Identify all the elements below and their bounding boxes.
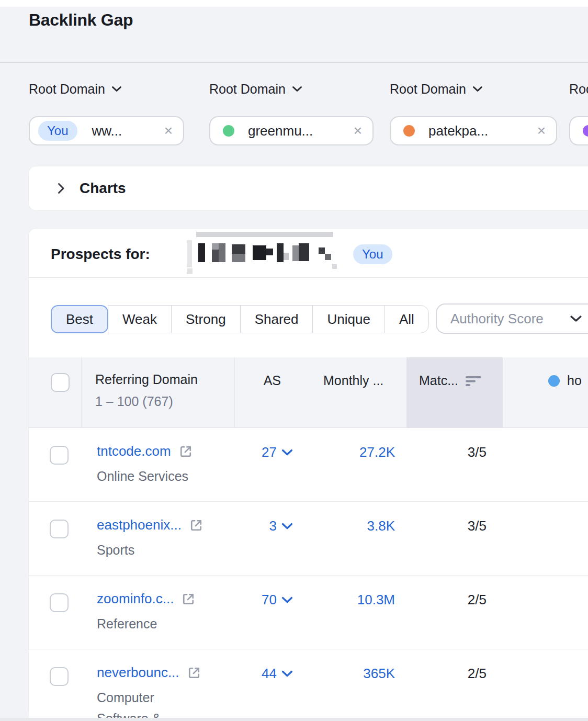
close-icon[interactable]: ×: [159, 123, 173, 138]
column-header-matches[interactable]: Matc...: [419, 373, 482, 388]
matches-label: Matc...: [419, 373, 458, 388]
chevron-down-icon: [292, 86, 302, 92]
chevron-down-icon: [281, 449, 293, 456]
as-score-value: 70: [262, 592, 277, 608]
external-link-icon[interactable]: [178, 444, 193, 459]
chip-domain-text: ww...: [92, 123, 122, 139]
host-domain-label: ho: [567, 373, 582, 388]
title-divider: [0, 62, 588, 63]
sort-descending-icon: [466, 375, 482, 387]
close-icon[interactable]: ×: [348, 123, 362, 138]
column-header-referring-domain[interactable]: Referring Domain: [95, 372, 198, 387]
bottom-scrollbar-track[interactable]: [0, 718, 588, 721]
root-domain-label: Root Domain: [29, 82, 105, 97]
column-separator: [81, 357, 82, 428]
referring-domain-link[interactable]: tntcode.com: [97, 443, 171, 459]
row-checkbox[interactable]: [50, 446, 69, 465]
as-score-value: 44: [262, 666, 277, 682]
as-score-value: 3: [269, 518, 277, 534]
authority-score-dropdown[interactable]: Authority Score: [436, 303, 588, 334]
table-row: neverbounc... Computer Software & 44 365…: [29, 649, 588, 718]
row-checkbox[interactable]: [50, 520, 69, 538]
chevron-down-icon: [111, 86, 122, 92]
as-score-dropdown[interactable]: 70: [234, 592, 293, 608]
column-header-as[interactable]: AS: [234, 373, 281, 388]
blue-dot-icon: [548, 375, 560, 387]
tab-weak[interactable]: Weak: [108, 305, 172, 333]
top-strip: [0, 0, 588, 7]
tab-strong[interactable]: Strong: [171, 305, 241, 333]
match-column-highlight[interactable]: [406, 357, 503, 428]
as-score-dropdown[interactable]: 44: [234, 666, 293, 682]
intersection-type-tabs: Best Weak Strong Shared Unique All: [51, 305, 429, 333]
orange-dot-icon: [403, 125, 415, 137]
external-link-icon[interactable]: [181, 592, 196, 606]
tab-shared[interactable]: Shared: [240, 305, 313, 333]
table-row: tntcode.com Online Services 27 27.2K 3/5: [29, 428, 588, 502]
authority-score-label: Authority Score: [450, 311, 544, 327]
domain-chip-you[interactable]: You ww... ×: [29, 116, 184, 145]
you-badge: You: [38, 121, 77, 141]
domain-chip-competitor-3[interactable]: ×: [569, 116, 588, 145]
external-link-icon[interactable]: [189, 518, 203, 533]
root-domain-selector[interactable]: Root Domain: [569, 78, 588, 99]
green-dot-icon: [223, 125, 234, 137]
monthly-visits-link[interactable]: 10.3M: [293, 592, 406, 608]
monthly-visits-link[interactable]: 365K: [293, 666, 406, 682]
chevron-down-icon: [281, 596, 293, 603]
tab-best[interactable]: Best: [51, 305, 108, 333]
page-title: Backlink Gap: [29, 10, 133, 30]
chevron-down-icon: [281, 523, 293, 530]
chevron-down-icon: [570, 315, 588, 322]
tab-unique[interactable]: Unique: [312, 305, 385, 333]
divider: [29, 277, 588, 278]
row-checkbox[interactable]: [50, 593, 69, 612]
column-header-host-domain[interactable]: ho: [548, 373, 582, 388]
prospects-card: Prospects for: You Best Weak: [29, 229, 588, 718]
referring-domain-link[interactable]: eastphoenix...: [97, 517, 182, 533]
table-header: Referring Domain 1 – 100 (767) AS Monthl…: [29, 357, 588, 428]
row-checkbox[interactable]: [50, 667, 69, 686]
root-domain-selector[interactable]: Root Domain: [390, 78, 560, 99]
tab-all[interactable]: All: [385, 305, 429, 333]
domain-category: Sports: [97, 539, 134, 560]
charts-section-title: Charts: [80, 180, 126, 197]
domain-category: Computer Software &: [97, 687, 201, 718]
domain-chip-competitor-2[interactable]: patekpa... ×: [390, 116, 557, 145]
purple-dot-icon: [583, 125, 588, 137]
monthly-visits-link[interactable]: 27.2K: [293, 444, 406, 460]
filter-column-competitor-3: Root Domain ×: [569, 78, 588, 99]
matches-value: 2/5: [406, 592, 503, 608]
referring-domain-link[interactable]: neverbounc...: [97, 664, 179, 681]
row-range-label: 1 – 100 (767): [95, 394, 173, 409]
column-header-monthly[interactable]: Monthly ...: [323, 373, 383, 388]
root-domain-label: Root Domain: [209, 82, 286, 97]
chip-domain-text: greenmu...: [248, 123, 313, 139]
filter-column-competitor-2: Root Domain patekpa... ×: [390, 78, 560, 99]
table-row: zoominfo.c... Reference 70 10.3M 2/5: [29, 576, 588, 649]
backlink-gap-page: Backlink Gap Root Domain You ww... × Roo…: [0, 0, 588, 721]
domain-chip-competitor-1[interactable]: greenmu... ×: [209, 116, 374, 145]
monthly-visits-link[interactable]: 3.8K: [293, 518, 406, 534]
root-domain-label: Root Domain: [390, 82, 466, 97]
referring-domain-link[interactable]: zoominfo.c...: [97, 591, 174, 607]
censored-domain: [187, 232, 344, 275]
as-score-dropdown[interactable]: 27: [234, 444, 293, 460]
domain-category: Online Services: [97, 466, 188, 487]
filter-column-competitor-1: Root Domain greenmu... ×: [209, 78, 379, 99]
external-link-icon[interactable]: [187, 666, 201, 680]
table-row: eastphoenix... Sports 3 3.8K 3/5: [29, 502, 588, 576]
chevron-down-icon: [472, 86, 483, 92]
root-domain-selector[interactable]: Root Domain: [209, 78, 379, 99]
chevron-down-icon: [281, 670, 293, 677]
charts-section-toggle[interactable]: Charts: [29, 166, 588, 210]
chip-domain-text: patekpa...: [428, 123, 488, 139]
close-icon[interactable]: ×: [532, 123, 546, 138]
root-domain-label: Root Domain: [569, 82, 588, 97]
prospects-for-label: Prospects for:: [51, 246, 150, 263]
select-all-checkbox[interactable]: [51, 373, 70, 392]
as-score-dropdown[interactable]: 3: [234, 518, 293, 534]
root-domain-selector[interactable]: Root Domain: [29, 78, 199, 99]
column-separator: [234, 357, 235, 428]
as-score-value: 27: [262, 444, 277, 460]
